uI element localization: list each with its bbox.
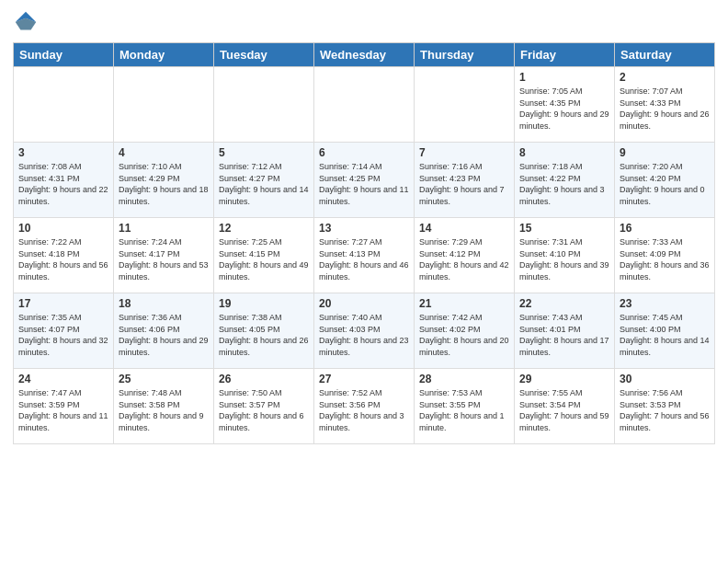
day-info: Sunrise: 7:40 AM Sunset: 4:03 PM Dayligh… — [319, 312, 409, 358]
day-info: Sunrise: 7:24 AM Sunset: 4:17 PM Dayligh… — [119, 236, 209, 282]
calendar-cell: 11Sunrise: 7:24 AM Sunset: 4:17 PM Dayli… — [114, 218, 214, 293]
logo — [13, 9, 42, 35]
day-info: Sunrise: 7:20 AM Sunset: 4:20 PM Dayligh… — [620, 161, 710, 207]
calendar-cell: 8Sunrise: 7:18 AM Sunset: 4:22 PM Daylig… — [515, 143, 615, 218]
calendar-table: SundayMondayTuesdayWednesdayThursdayFrid… — [13, 42, 715, 444]
day-info: Sunrise: 7:18 AM Sunset: 4:22 PM Dayligh… — [519, 161, 609, 207]
calendar-cell — [314, 67, 415, 143]
day-info: Sunrise: 7:45 AM Sunset: 4:00 PM Dayligh… — [620, 312, 710, 358]
day-number: 11 — [119, 222, 209, 235]
day-info: Sunrise: 7:27 AM Sunset: 4:13 PM Dayligh… — [319, 236, 409, 282]
calendar-cell — [214, 67, 314, 143]
weekday-header-thursday: Thursday — [415, 43, 515, 67]
day-number: 9 — [620, 146, 710, 159]
day-info: Sunrise: 7:25 AM Sunset: 4:15 PM Dayligh… — [219, 236, 309, 282]
day-number: 18 — [119, 297, 209, 310]
weekday-header-sunday: Sunday — [14, 43, 114, 67]
day-info: Sunrise: 7:33 AM Sunset: 4:09 PM Dayligh… — [620, 236, 710, 282]
day-number: 1 — [519, 71, 609, 84]
calendar-cell: 10Sunrise: 7:22 AM Sunset: 4:18 PM Dayli… — [14, 218, 114, 293]
day-number: 2 — [620, 71, 710, 84]
calendar-cell: 12Sunrise: 7:25 AM Sunset: 4:15 PM Dayli… — [214, 218, 314, 293]
calendar-cell: 5Sunrise: 7:12 AM Sunset: 4:27 PM Daylig… — [214, 143, 314, 218]
calendar-cell: 21Sunrise: 7:42 AM Sunset: 4:02 PM Dayli… — [415, 293, 515, 369]
day-number: 17 — [18, 297, 108, 310]
day-number: 25 — [119, 373, 209, 385]
calendar-cell: 22Sunrise: 7:43 AM Sunset: 4:01 PM Dayli… — [515, 293, 615, 369]
day-number: 22 — [519, 297, 609, 310]
day-number: 30 — [620, 373, 710, 385]
day-info: Sunrise: 7:07 AM Sunset: 4:33 PM Dayligh… — [620, 86, 710, 132]
calendar-cell — [415, 67, 515, 143]
day-info: Sunrise: 7:50 AM Sunset: 3:57 PM Dayligh… — [219, 387, 309, 433]
day-info: Sunrise: 7:22 AM Sunset: 4:18 PM Dayligh… — [18, 236, 108, 282]
day-info: Sunrise: 7:16 AM Sunset: 4:23 PM Dayligh… — [419, 161, 509, 207]
day-number: 20 — [319, 297, 409, 310]
calendar-cell: 24Sunrise: 7:47 AM Sunset: 3:59 PM Dayli… — [14, 369, 114, 444]
day-info: Sunrise: 7:10 AM Sunset: 4:29 PM Dayligh… — [119, 161, 209, 207]
logo-icon — [13, 9, 39, 35]
calendar-cell: 17Sunrise: 7:35 AM Sunset: 4:07 PM Dayli… — [14, 293, 114, 369]
day-number: 23 — [620, 297, 710, 310]
calendar-cell: 13Sunrise: 7:27 AM Sunset: 4:13 PM Dayli… — [314, 218, 415, 293]
weekday-header-friday: Friday — [515, 43, 615, 67]
day-info: Sunrise: 7:08 AM Sunset: 4:31 PM Dayligh… — [18, 161, 108, 207]
calendar-cell: 26Sunrise: 7:50 AM Sunset: 3:57 PM Dayli… — [214, 369, 314, 444]
day-info: Sunrise: 7:47 AM Sunset: 3:59 PM Dayligh… — [18, 387, 108, 433]
weekday-header-wednesday: Wednesday — [314, 43, 415, 67]
day-number: 3 — [18, 146, 108, 159]
calendar-cell: 7Sunrise: 7:16 AM Sunset: 4:23 PM Daylig… — [415, 143, 515, 218]
day-info: Sunrise: 7:53 AM Sunset: 3:55 PM Dayligh… — [419, 387, 509, 433]
calendar-cell: 30Sunrise: 7:56 AM Sunset: 3:53 PM Dayli… — [615, 369, 715, 444]
calendar-cell: 16Sunrise: 7:33 AM Sunset: 4:09 PM Dayli… — [615, 218, 715, 293]
day-number: 5 — [219, 146, 309, 159]
day-number: 10 — [18, 222, 108, 235]
calendar-cell — [114, 67, 214, 143]
day-info: Sunrise: 7:38 AM Sunset: 4:05 PM Dayligh… — [219, 312, 309, 358]
calendar-cell: 29Sunrise: 7:55 AM Sunset: 3:54 PM Dayli… — [515, 369, 615, 444]
day-info: Sunrise: 7:36 AM Sunset: 4:06 PM Dayligh… — [119, 312, 209, 358]
day-info: Sunrise: 7:14 AM Sunset: 4:25 PM Dayligh… — [319, 161, 409, 207]
day-number: 26 — [219, 373, 309, 385]
calendar-cell: 2Sunrise: 7:07 AM Sunset: 4:33 PM Daylig… — [615, 67, 715, 143]
day-number: 12 — [219, 222, 309, 235]
day-number: 6 — [319, 146, 409, 159]
day-number: 16 — [620, 222, 710, 235]
day-number: 24 — [18, 373, 108, 385]
calendar-cell: 15Sunrise: 7:31 AM Sunset: 4:10 PM Dayli… — [515, 218, 615, 293]
calendar-cell: 9Sunrise: 7:20 AM Sunset: 4:20 PM Daylig… — [615, 143, 715, 218]
day-number: 21 — [419, 297, 509, 310]
calendar-cell: 18Sunrise: 7:36 AM Sunset: 4:06 PM Dayli… — [114, 293, 214, 369]
day-number: 15 — [519, 222, 609, 235]
weekday-header-monday: Monday — [114, 43, 214, 67]
day-info: Sunrise: 7:05 AM Sunset: 4:35 PM Dayligh… — [519, 86, 609, 132]
calendar-container: SundayMondayTuesdayWednesdayThursdayFrid… — [0, 0, 728, 563]
header — [13, 9, 715, 35]
day-info: Sunrise: 7:56 AM Sunset: 3:53 PM Dayligh… — [620, 387, 710, 433]
day-number: 4 — [119, 146, 209, 159]
day-info: Sunrise: 7:48 AM Sunset: 3:58 PM Dayligh… — [119, 387, 209, 433]
day-number: 27 — [319, 373, 409, 385]
calendar-cell: 23Sunrise: 7:45 AM Sunset: 4:00 PM Dayli… — [615, 293, 715, 369]
calendar-cell: 1Sunrise: 7:05 AM Sunset: 4:35 PM Daylig… — [515, 67, 615, 143]
day-info: Sunrise: 7:42 AM Sunset: 4:02 PM Dayligh… — [419, 312, 509, 358]
day-info: Sunrise: 7:43 AM Sunset: 4:01 PM Dayligh… — [519, 312, 609, 358]
calendar-cell: 6Sunrise: 7:14 AM Sunset: 4:25 PM Daylig… — [314, 143, 415, 218]
day-number: 7 — [419, 146, 509, 159]
day-number: 8 — [519, 146, 609, 159]
day-number: 19 — [219, 297, 309, 310]
day-info: Sunrise: 7:35 AM Sunset: 4:07 PM Dayligh… — [18, 312, 108, 358]
calendar-cell: 19Sunrise: 7:38 AM Sunset: 4:05 PM Dayli… — [214, 293, 314, 369]
day-info: Sunrise: 7:55 AM Sunset: 3:54 PM Dayligh… — [519, 387, 609, 433]
calendar-cell: 14Sunrise: 7:29 AM Sunset: 4:12 PM Dayli… — [415, 218, 515, 293]
day-info: Sunrise: 7:29 AM Sunset: 4:12 PM Dayligh… — [419, 236, 509, 282]
calendar-cell: 25Sunrise: 7:48 AM Sunset: 3:58 PM Dayli… — [114, 369, 214, 444]
day-number: 28 — [419, 373, 509, 385]
day-info: Sunrise: 7:52 AM Sunset: 3:56 PM Dayligh… — [319, 387, 409, 433]
day-info: Sunrise: 7:12 AM Sunset: 4:27 PM Dayligh… — [219, 161, 309, 207]
calendar-cell — [14, 67, 114, 143]
weekday-header-saturday: Saturday — [615, 43, 715, 67]
day-number: 29 — [519, 373, 609, 385]
calendar-cell: 27Sunrise: 7:52 AM Sunset: 3:56 PM Dayli… — [314, 369, 415, 444]
calendar-cell: 20Sunrise: 7:40 AM Sunset: 4:03 PM Dayli… — [314, 293, 415, 369]
